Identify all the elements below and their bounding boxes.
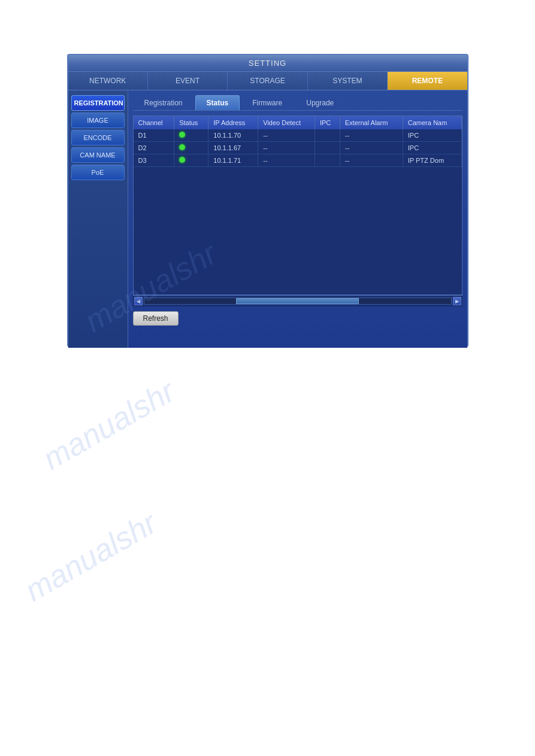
table-row: D3 10.1.1.71 -- -- IP PTZ Dom [134,154,462,167]
scroll-left-arrow[interactable]: ◀ [134,297,143,305]
cell-alarm-d1: -- [340,129,403,142]
cell-alarm-d2: -- [340,142,403,154]
cell-video-d1: -- [258,129,315,142]
cell-ipc-d2 [315,142,340,154]
subtab-registration[interactable]: Registration [133,95,194,110]
subtab-status[interactable]: Status [195,95,240,110]
subtab-firmware[interactable]: Firmware [241,95,294,110]
cell-ipc-d3 [315,154,340,167]
cell-ip-d2: 10.1.1.67 [208,142,258,154]
status-table: Channel Status IP Address Video Detect I… [134,116,462,167]
status-indicator-d2 [179,144,185,150]
main-panel: Registration Status Firmware Upgrade Cha… [128,90,467,348]
sidebar: REGISTRATION IMAGE ENCODE CAM NAME PoE [68,90,128,348]
scroll-right-arrow[interactable]: ▶ [453,297,461,305]
tab-remote[interactable]: REMOTE [388,72,467,90]
tab-network[interactable]: NETWORK [68,72,148,90]
cell-camname-d1: IPC [403,129,461,142]
col-ipc: IPC [315,116,340,129]
cell-status-d2 [174,142,208,154]
cell-channel-d1: D1 [134,129,174,142]
scroll-thumb[interactable] [236,298,359,304]
tab-system[interactable]: SYSTEM [308,72,388,90]
watermark-2: manualshr [37,373,180,476]
cell-status-d1 [174,129,208,142]
subtab-upgrade[interactable]: Upgrade [295,95,345,110]
col-status: Status [174,116,208,129]
cell-camname-d2: IPC [403,142,461,154]
status-table-container: Channel Status IP Address Video Detect I… [133,116,463,295]
scroll-track[interactable] [144,297,452,305]
cell-channel-d3: D3 [134,154,174,167]
sidebar-item-encode[interactable]: ENCODE [71,130,125,145]
sidebar-item-camname[interactable]: CAM NAME [71,147,125,163]
tab-event[interactable]: EVENT [148,72,228,90]
status-indicator-d1 [179,132,185,138]
table-row: D1 10.1.1.70 -- -- IPC [134,129,462,142]
tab-storage[interactable]: STORAGE [228,72,307,90]
nav-tabs: NETWORK EVENT STORAGE SYSTEM REMOTE [68,72,467,90]
col-ip: IP Address [208,116,258,129]
horizontal-scrollbar: ◀ ▶ [133,295,463,306]
col-video-detect: Video Detect [258,116,315,129]
cell-alarm-d3: -- [340,154,403,167]
table-row: D2 10.1.1.67 -- -- IPC [134,142,462,154]
content-area: REGISTRATION IMAGE ENCODE CAM NAME PoE R… [68,90,467,348]
cell-channel-d2: D2 [134,142,174,154]
cell-video-d3: -- [258,154,315,167]
table-header-row: Channel Status IP Address Video Detect I… [134,116,462,129]
watermark-3: manualshr [19,505,162,608]
refresh-button[interactable]: Refresh [133,311,179,326]
cell-ipc-d1 [315,129,340,142]
cell-status-d3 [174,154,208,167]
cell-ip-d1: 10.1.1.70 [208,129,258,142]
settings-panel: SETTING NETWORK EVENT STORAGE SYSTEM REM… [67,54,468,347]
panel-title: SETTING [249,59,286,68]
sidebar-item-image[interactable]: IMAGE [71,113,125,128]
col-external-alarm: External Alarm [340,116,403,129]
sidebar-item-poe[interactable]: PoE [71,165,125,180]
cell-ip-d3: 10.1.1.71 [208,154,258,167]
title-bar: SETTING [68,55,467,72]
cell-video-d2: -- [258,142,315,154]
sub-tabs: Registration Status Firmware Upgrade [133,95,463,111]
col-camera-name: Camera Nam [403,116,461,129]
status-indicator-d3 [179,157,185,163]
sidebar-item-registration[interactable]: REGISTRATION [71,95,125,111]
col-channel: Channel [134,116,174,129]
cell-camname-d3: IP PTZ Dom [403,154,461,167]
